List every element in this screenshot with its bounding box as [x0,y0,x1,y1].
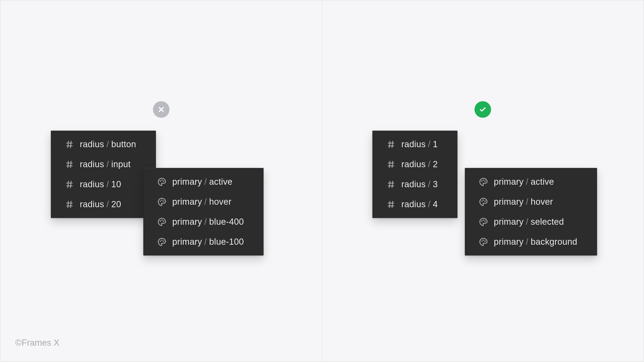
token-row: radius/3 [386,180,438,189]
svg-point-19 [483,220,484,220]
svg-point-3 [160,200,161,202]
token-row: radius/4 [386,200,438,209]
token-row: primary/blue-400 [157,217,244,227]
token-row: primary/background [479,237,577,247]
token-row: primary/blue-100 [157,237,244,247]
svg-point-17 [484,200,486,202]
token-label: radius/20 [80,200,121,209]
cross-icon [153,101,170,118]
hash-icon [65,140,74,149]
hash-icon [386,180,396,189]
svg-point-21 [482,240,482,242]
svg-point-7 [162,220,162,220]
svg-point-23 [484,240,486,242]
token-row: primary/active [157,177,244,187]
svg-point-2 [163,180,164,182]
palette-icon [157,197,167,207]
bad-token-stack: radius/button radius/input radius/10 rad… [51,131,272,263]
svg-point-15 [482,200,482,202]
token-label: radius/3 [401,180,438,189]
svg-point-4 [162,200,162,200]
color-tokens-card: primary/active primary/hover primary/sel… [465,168,597,256]
palette-icon [479,217,488,227]
svg-point-20 [484,220,486,222]
radius-tokens-card: radius/1 radius/2 radius/3 radius/4 [372,131,458,218]
svg-point-9 [160,240,161,242]
token-row: radius/input [65,160,136,169]
token-label: radius/input [80,160,131,169]
token-label: radius/1 [401,139,438,149]
svg-point-22 [483,240,484,240]
token-label: primary/active [494,177,554,187]
token-label: primary/hover [494,197,553,207]
svg-point-6 [160,220,161,222]
comparison-canvas: radius/button radius/input radius/10 rad… [0,0,644,362]
token-row: radius/2 [386,160,438,169]
svg-point-10 [162,240,162,240]
token-label: primary/selected [494,217,564,227]
token-row: primary/selected [479,217,577,227]
hash-icon [386,160,396,169]
palette-icon [479,177,488,187]
hash-icon [65,180,74,189]
hash-icon [386,200,396,209]
svg-point-11 [163,240,164,242]
token-label: primary/blue-400 [172,217,244,227]
token-row: radius/20 [65,200,136,209]
token-label: primary/background [494,237,577,247]
token-row: primary/active [479,177,577,187]
palette-icon [479,197,488,207]
palette-icon [157,177,167,187]
color-tokens-card: primary/active primary/hover primary/blu… [143,168,264,256]
token-label: primary/hover [172,197,232,207]
credit-text: ©Frames X [15,338,60,348]
svg-point-12 [482,180,482,182]
svg-point-18 [482,220,482,222]
token-row: radius/10 [65,180,136,189]
token-label: radius/button [80,139,136,149]
token-label: primary/active [172,177,232,187]
token-row: primary/hover [157,197,244,207]
good-token-stack: radius/1 radius/2 radius/3 radius/4 [372,131,593,263]
svg-point-16 [483,200,484,200]
hash-icon [65,200,74,209]
token-row: radius/button [65,139,136,149]
radius-tokens-card: radius/button radius/input radius/10 rad… [51,131,156,218]
token-label: radius/10 [80,180,121,189]
svg-point-13 [483,180,484,180]
token-label: radius/2 [401,160,438,169]
palette-icon [479,237,488,247]
token-row: primary/hover [479,197,577,207]
hash-icon [386,140,396,149]
palette-icon [157,217,167,227]
hash-icon [65,160,74,169]
svg-point-0 [160,180,161,182]
svg-point-5 [163,200,164,202]
bad-example-pane: radius/button radius/input radius/10 rad… [0,0,322,362]
palette-icon [157,237,167,247]
token-label: radius/4 [401,200,438,209]
svg-point-8 [163,220,164,222]
good-example-pane: radius/1 radius/2 radius/3 radius/4 [322,0,644,362]
svg-point-1 [162,180,162,180]
check-icon [474,101,491,118]
svg-point-14 [484,180,486,182]
token-label: primary/blue-100 [172,237,244,247]
token-row: radius/1 [386,139,438,149]
